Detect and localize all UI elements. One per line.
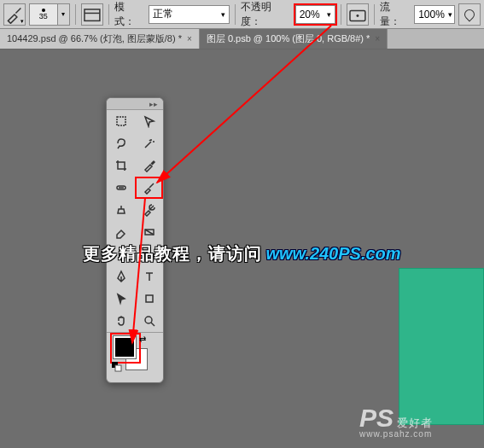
flow-value: 100% — [418, 9, 445, 20]
brush-panel-toggle[interactable] — [81, 3, 103, 26]
chevron-down-icon: ▾ — [327, 10, 331, 19]
default-colors-icon[interactable] — [112, 362, 122, 372]
logo-url: www.psahz.com — [359, 429, 432, 439]
eyedropper-tool[interactable] — [135, 154, 163, 177]
highlight-box — [110, 333, 141, 364]
brush-picker[interactable]: 35 ▾ — [29, 3, 70, 26]
zoom-tool[interactable] — [135, 310, 163, 332]
separator — [235, 4, 236, 25]
site-logo: PS 爱好者 www.psahz.com — [359, 404, 433, 433]
svg-rect-3 — [117, 117, 125, 125]
chevron-down-icon: ▾ — [448, 10, 452, 19]
watermark-link: www.240PS.com — [265, 244, 400, 264]
opacity-label: 不透明度： — [241, 0, 292, 29]
hand-tool[interactable] — [107, 310, 135, 332]
healing-brush-tool[interactable] — [107, 177, 135, 199]
svg-point-2 — [357, 14, 359, 16]
opacity-value: 20% — [300, 9, 320, 20]
tool-preset-picker[interactable]: ▾ — [3, 3, 26, 26]
watermark-text: 更多精品教程，请访问 — [83, 242, 262, 265]
magic-wand-tool[interactable] — [135, 132, 163, 154]
svg-point-8 — [145, 317, 152, 323]
close-icon[interactable]: × — [187, 34, 192, 44]
history-brush-tool[interactable] — [135, 199, 163, 221]
document-tabs: 104429.psd @ 66.7% (灯泡, 图层蒙版/8) * × 图层 0… — [0, 29, 484, 49]
svg-rect-0 — [85, 9, 100, 20]
tab-label: 图层 0.psb @ 100% (图层 0, RGB/8#) * — [207, 32, 370, 45]
opacity-input[interactable]: 20% ▾ — [295, 5, 336, 24]
rect-marquee-tool[interactable] — [107, 110, 135, 132]
color-swatches: ⇄ — [107, 333, 163, 382]
brush-tool[interactable] — [135, 177, 163, 199]
blend-mode-select[interactable]: 正常 ▾ — [149, 5, 230, 24]
swap-colors-icon[interactable]: ⇄ — [139, 335, 146, 344]
panel-collapse-handle[interactable]: ▸▸ — [107, 98, 163, 110]
tab-label: 104429.psd @ 66.7% (灯泡, 图层蒙版/8) * — [7, 32, 182, 45]
pressure-opacity-toggle[interactable] — [347, 3, 369, 26]
flow-label: 流量： — [380, 0, 411, 29]
blend-mode-value: 正常 — [153, 7, 173, 21]
canvas-content — [399, 268, 484, 425]
logo-main: PS — [359, 404, 394, 433]
watermark: 更多精品教程，请访问 www.240PS.com — [0, 237, 484, 270]
svg-rect-10 — [115, 365, 121, 371]
lasso-tool[interactable] — [107, 132, 135, 154]
chevron-down-icon: ▾ — [221, 10, 225, 19]
mode-label: 模式： — [114, 0, 145, 29]
close-icon[interactable]: × — [375, 34, 380, 44]
path-select-tool[interactable] — [107, 288, 135, 310]
shape-tool[interactable] — [135, 288, 163, 310]
document-tab[interactable]: 104429.psd @ 66.7% (灯泡, 图层蒙版/8) * × — [0, 29, 200, 49]
folder-icon — [82, 4, 102, 25]
airbrush-toggle[interactable] — [458, 3, 481, 26]
chevron-down-icon[interactable]: ▾ — [58, 3, 70, 26]
move-tool[interactable] — [135, 110, 163, 132]
clone-stamp-tool[interactable] — [107, 199, 135, 221]
tablet-icon — [347, 4, 368, 25]
svg-rect-7 — [146, 295, 153, 302]
crop-tool[interactable] — [107, 154, 135, 177]
separator — [341, 4, 341, 25]
flow-input[interactable]: 100% ▾ — [414, 5, 455, 24]
options-bar: ▾ 35 ▾ 模式： 正常 ▾ 不透明度： 20% ▾ 流量： 100% ▾ — [0, 0, 484, 29]
brush-size-value: 35 — [39, 13, 48, 20]
separator — [75, 4, 76, 25]
separator — [108, 4, 109, 25]
document-tab[interactable]: 图层 0.psb @ 100% (图层 0, RGB/8#) * × — [200, 29, 388, 49]
separator — [374, 4, 375, 25]
airbrush-icon — [464, 9, 475, 20]
